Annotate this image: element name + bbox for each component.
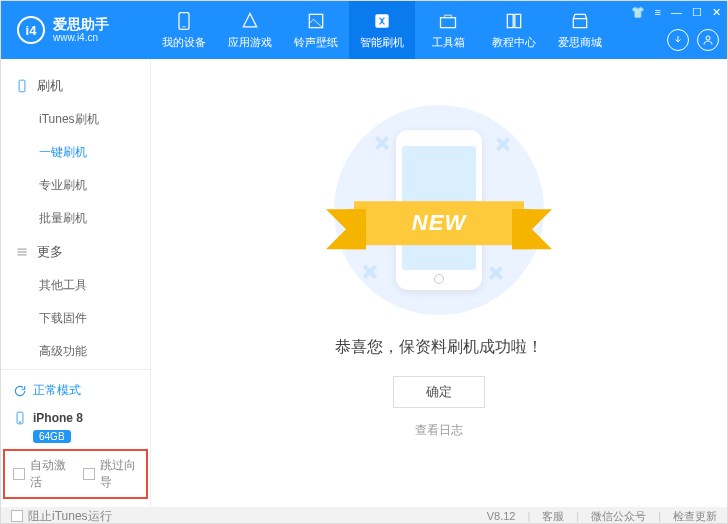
book-icon — [504, 11, 524, 31]
support-link[interactable]: 客服 — [542, 509, 564, 524]
minimize-icon[interactable]: — — [671, 6, 682, 19]
download-button[interactable] — [667, 29, 689, 51]
sidebar-download-firmware[interactable]: 下载固件 — [1, 302, 150, 335]
wechat-link[interactable]: 微信公众号 — [591, 509, 646, 524]
device-row[interactable]: iPhone 8 — [13, 403, 138, 429]
nav-my-device[interactable]: 我的设备 — [151, 1, 217, 59]
sidebar-bottom: 正常模式 iPhone 8 64GB 自动激活 跳过向导 — [1, 369, 150, 507]
status-bar: 阻止iTunes运行 V8.12 | 客服 | 微信公众号 | 检查更新 — [1, 507, 727, 524]
brand-subtitle: www.i4.cn — [53, 32, 109, 43]
user-button[interactable] — [697, 29, 719, 51]
logo-icon: i4 — [17, 16, 45, 44]
section-flash[interactable]: 刷机 — [1, 69, 150, 103]
wallpaper-icon — [306, 11, 326, 31]
sidebar-oneclick-flash[interactable]: 一键刷机 — [1, 136, 150, 169]
sidebar-advanced[interactable]: 高级功能 — [1, 335, 150, 368]
brand-title: 爱思助手 — [53, 17, 109, 32]
sidebar-other-tools[interactable]: 其他工具 — [1, 269, 150, 302]
phone-icon — [174, 11, 194, 31]
checkbox-icon — [11, 510, 23, 522]
storage-badge: 64GB — [33, 430, 71, 443]
app-header: i4 爱思助手 www.i4.cn 我的设备 应用游戏 铃声壁纸 智能刷机 工具… — [1, 1, 727, 59]
nav-toolbox[interactable]: 工具箱 — [415, 1, 481, 59]
sidebar-batch-flash[interactable]: 批量刷机 — [1, 202, 150, 235]
svg-point-11 — [19, 422, 20, 423]
logo: i4 爱思助手 www.i4.cn — [1, 16, 151, 44]
maximize-icon[interactable]: ☐ — [692, 6, 702, 19]
phone-small-icon — [15, 79, 29, 93]
menu-icon[interactable]: ≡ — [655, 6, 661, 19]
checkbox-icon — [13, 468, 25, 480]
checkbox-skip-wizard[interactable]: 跳过向导 — [83, 457, 139, 491]
refresh-icon — [13, 384, 27, 398]
svg-point-5 — [706, 36, 710, 40]
main-nav: 我的设备 应用游戏 铃声壁纸 智能刷机 工具箱 教程中心 爱思商城 — [151, 1, 613, 59]
header-right — [667, 29, 719, 51]
sidebar-pro-flash[interactable]: 专业刷机 — [1, 169, 150, 202]
checkbox-block-itunes[interactable]: 阻止iTunes运行 — [11, 508, 112, 525]
nav-ringtones[interactable]: 铃声壁纸 — [283, 1, 349, 59]
close-icon[interactable]: ✕ — [712, 6, 721, 19]
svg-rect-6 — [19, 80, 25, 92]
mode-row[interactable]: 正常模式 — [13, 378, 138, 403]
apps-icon — [240, 11, 260, 31]
body: 刷机 iTunes刷机 一键刷机 专业刷机 批量刷机 更多 其他工具 下载固件 … — [1, 59, 727, 507]
ok-button[interactable]: 确定 — [393, 376, 485, 408]
new-ribbon: NEW — [354, 201, 524, 245]
nav-flash[interactable]: 智能刷机 — [349, 1, 415, 59]
options-highlighted: 自动激活 跳过向导 — [3, 449, 148, 499]
version-label: V8.12 — [487, 510, 516, 522]
nav-apps[interactable]: 应用游戏 — [217, 1, 283, 59]
sidebar-itunes-flash[interactable]: iTunes刷机 — [1, 103, 150, 136]
view-log-link[interactable]: 查看日志 — [415, 422, 463, 439]
sidebar: 刷机 iTunes刷机 一键刷机 专业刷机 批量刷机 更多 其他工具 下载固件 … — [1, 59, 151, 507]
main-content: NEW 恭喜您，保资料刷机成功啦！ 确定 查看日志 — [151, 59, 727, 507]
section-more[interactable]: 更多 — [1, 235, 150, 269]
check-update-link[interactable]: 检查更新 — [673, 509, 717, 524]
svg-rect-4 — [441, 17, 456, 27]
success-illustration: NEW — [334, 105, 544, 315]
checkbox-auto-activate[interactable]: 自动激活 — [13, 457, 69, 491]
device-icon — [13, 409, 27, 427]
list-icon — [15, 245, 29, 259]
nav-store[interactable]: 爱思商城 — [547, 1, 613, 59]
toolbox-icon — [438, 11, 458, 31]
success-message: 恭喜您，保资料刷机成功啦！ — [335, 337, 543, 358]
tshirt-icon[interactable]: 👕 — [631, 6, 645, 19]
flash-icon — [372, 11, 392, 31]
window-controls: 👕 ≡ — ☐ ✕ — [631, 6, 721, 19]
nav-tutorials[interactable]: 教程中心 — [481, 1, 547, 59]
store-icon — [570, 11, 590, 31]
checkbox-icon — [83, 468, 95, 480]
svg-rect-10 — [17, 412, 23, 424]
